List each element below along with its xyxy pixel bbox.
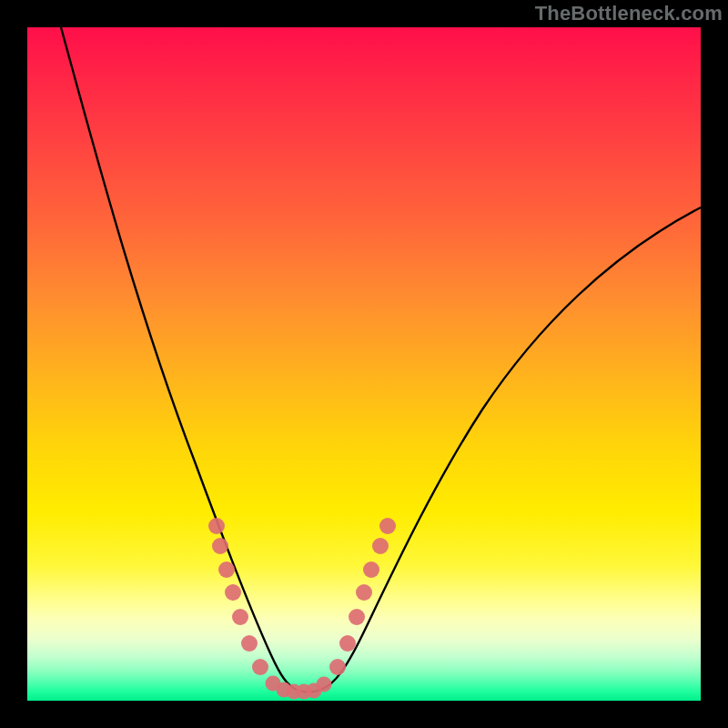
watermark-text: TheBottleneck.com [535,2,723,25]
svg-point-2 [218,561,235,578]
plot-area [27,27,701,701]
curve-layer [27,27,701,701]
svg-point-19 [379,518,396,534]
svg-point-1 [212,538,228,554]
chart-frame: TheBottleneck.com [0,0,728,728]
svg-point-5 [241,635,258,652]
svg-point-16 [356,584,372,601]
svg-point-14 [339,635,356,652]
marker-dots [208,518,396,700]
svg-point-17 [363,561,379,578]
bottleneck-curve [61,27,701,692]
svg-point-4 [232,609,248,625]
svg-point-0 [208,518,225,534]
svg-point-3 [225,584,241,601]
svg-point-13 [329,659,346,675]
svg-point-15 [349,609,365,625]
svg-point-18 [372,538,389,554]
svg-point-12 [317,677,332,693]
svg-point-6 [252,659,268,675]
